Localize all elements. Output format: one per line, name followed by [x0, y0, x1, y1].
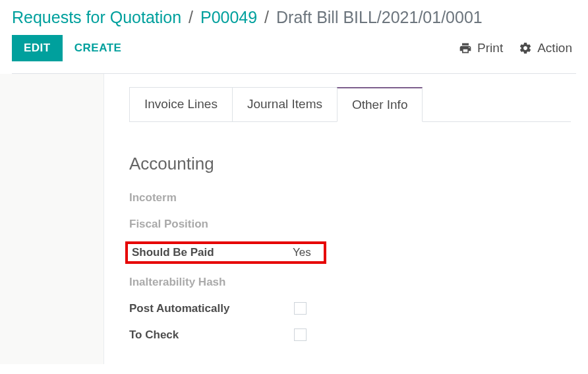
label-fiscal-position: Fiscal Position [129, 218, 294, 231]
checkbox-post-automatically[interactable] [294, 302, 307, 315]
gear-icon [519, 42, 532, 55]
label-to-check: To Check [129, 328, 294, 342]
breadcrumb: Requests for Quotation / P00049 / Draft … [12, 7, 576, 28]
create-button[interactable]: CREATE [74, 42, 122, 55]
tab-journal-items[interactable]: Journal Items [232, 87, 338, 122]
action-label: Action [537, 41, 572, 55]
field-inalterability-hash: Inalterability Hash [129, 273, 563, 292]
label-should-be-paid: Should Be Paid [128, 246, 293, 259]
label-post-automatically: Post Automatically [129, 302, 294, 315]
field-to-check: To Check [129, 326, 563, 344]
tab-bar: Invoice Lines Journal Items Other Info [129, 87, 588, 122]
breadcrumb-link-rfq[interactable]: Requests for Quotation [12, 8, 181, 26]
tab-invoice-lines[interactable]: Invoice Lines [129, 87, 233, 122]
label-incoterm: Incoterm [129, 191, 294, 204]
tab-other-info[interactable]: Other Info [337, 87, 423, 122]
print-button[interactable]: Print [459, 41, 503, 55]
breadcrumb-current: Draft Bill BILL/2021/01/0001 [276, 8, 483, 26]
action-button[interactable]: Action [519, 41, 572, 55]
breadcrumb-separator: / [189, 8, 193, 26]
edit-button[interactable]: EDIT [12, 35, 63, 61]
section-title-accounting: Accounting [129, 154, 563, 174]
sidebar-panel [0, 74, 104, 364]
checkbox-to-check[interactable] [294, 328, 307, 341]
breadcrumb-link-po[interactable]: P00049 [200, 8, 257, 26]
print-label: Print [477, 41, 503, 55]
breadcrumb-separator: / [264, 8, 269, 26]
value-should-be-paid: Yes [293, 246, 311, 259]
highlight-should-be-paid: Should Be Paid Yes [125, 241, 326, 264]
field-incoterm: Incoterm [129, 189, 563, 207]
field-post-automatically: Post Automatically [129, 299, 563, 318]
label-inalterability-hash: Inalterability Hash [129, 276, 294, 289]
field-fiscal-position: Fiscal Position [129, 215, 563, 234]
print-icon [459, 42, 472, 55]
